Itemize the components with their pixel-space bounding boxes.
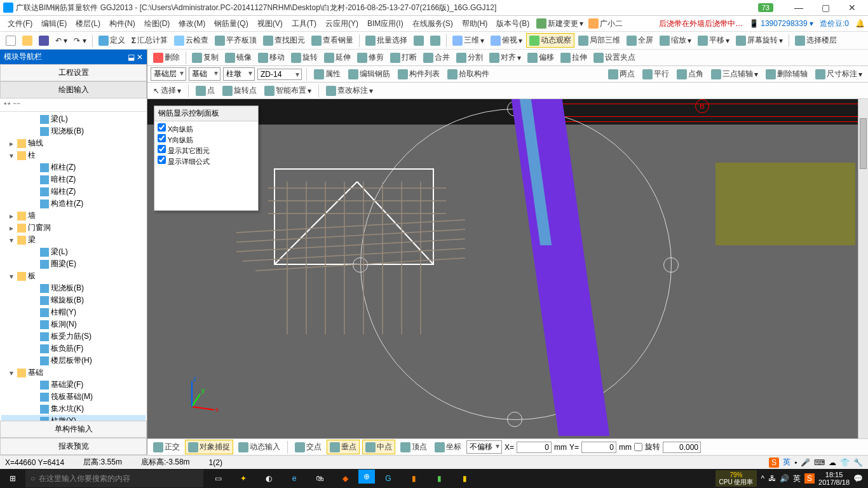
select-button[interactable]: ↖ 选择 ▾ [151,84,184,97]
grip-button[interactable]: 设置夹点 [591,51,638,64]
maximize-button[interactable]: ▢ [813,1,838,15]
save-icon[interactable] [36,34,51,47]
find-button[interactable]: 查找图元 [261,34,308,47]
dyninput-toggle[interactable]: 动态输入 [236,440,283,454]
dimension-button[interactable]: 尺寸标注 ▾ [813,67,865,81]
orbit-handle-right[interactable] [663,257,679,273]
taskview-icon[interactable]: ▭ [206,470,230,487]
perp-snap[interactable]: 垂点 [327,440,360,454]
shirt-icon[interactable]: 👕 [840,458,850,467]
move-button[interactable]: 移动 [255,51,287,64]
report-preview-button[interactable]: 报表预览 [0,438,147,455]
tool-icon[interactable]: 🔧 [853,458,863,467]
app1-icon[interactable]: ✦ [231,470,255,487]
extend-button[interactable]: 延伸 [322,51,353,64]
notifications-icon[interactable]: 💬 [853,474,863,483]
tab-draw-input[interactable]: 绘图输入 [0,81,147,98]
menu-view[interactable]: 视图(V) [253,17,287,31]
tree-item[interactable]: 筏板基础(M) [1,391,146,403]
menu-file[interactable]: 文件(F) [3,17,37,31]
checkbox-option[interactable]: 显示详细公式 [158,156,255,166]
3d-button[interactable]: 三维 ▾ [450,34,487,47]
parallel-button[interactable]: 平行 [640,67,672,81]
panel-title[interactable]: 钢筋显示控制面板 [154,106,258,121]
pan-button[interactable]: 平移 ▾ [695,34,732,47]
cloud-icon[interactable]: ☁ [829,458,836,467]
menu-steel[interactable]: 钢筋量(Q) [210,17,252,31]
element-combo[interactable]: ZD-14 [257,69,302,80]
mic-icon[interactable]: 🎤 [801,458,810,467]
tree-item[interactable]: ▾基础 [1,367,146,379]
tree-item[interactable]: 圈梁(E) [1,258,146,270]
menu-cloud[interactable]: 云应用(Y) [321,17,363,31]
bell-icon[interactable]: 🔔 [855,19,865,28]
tree-item[interactable]: 现浇板(B) [1,125,146,137]
del-aux-button[interactable]: 删除辅轴 [763,67,810,81]
rotate-input[interactable] [663,442,701,453]
menu-draw[interactable]: 绘图(D) [140,17,175,31]
zoom-button[interactable]: 缩放 ▾ [657,34,694,47]
close-button[interactable]: ✕ [839,1,865,15]
rebar-display-panel[interactable]: 钢筋显示控制面板 X向纵筋 Y向纵筋 显示其它图元 显示详细公式 [154,105,259,211]
start-button[interactable]: ⊞ [0,469,25,488]
new-change-button[interactable]: 新建变更 ▾ [534,17,586,30]
local3d-button[interactable]: 局部三维 [576,34,623,47]
notification-badge[interactable]: 73 [758,3,773,12]
tree-item[interactable]: ▾板 [1,270,146,282]
tree-item[interactable]: 板受力筋(S) [1,330,146,342]
app3-icon[interactable]: ◆ [333,470,357,487]
single-component-button[interactable]: 单构件输入 [0,421,147,438]
tree-item[interactable]: 构造柱(Z) [1,198,146,210]
rotate-point-button[interactable]: 旋转点 [220,84,259,97]
break-button[interactable]: 打断 [388,51,419,64]
vertical-scrollbar[interactable] [858,99,868,438]
component-list-button[interactable]: 构件列表 [395,67,442,81]
two-point-button[interactable]: 两点 [606,67,637,81]
cross-snap[interactable]: 交点 [292,440,324,454]
pick-button[interactable]: 拾取构件 [445,67,492,81]
undo-icon[interactable]: ↶ ▾ [53,35,70,46]
tree-item[interactable]: 梁(L) [1,113,146,125]
minimize-button[interactable]: — [786,1,811,15]
tree-item[interactable]: 柱墩(Y) [1,415,146,421]
tree-item[interactable]: 楼层板带(H) [1,355,146,367]
offset-combo[interactable]: 不偏移 [466,440,502,454]
checkbox-option[interactable]: Y向纵筋 [158,134,255,145]
menu-modify[interactable]: 修改(M) [174,17,210,31]
app5-icon[interactable]: G [376,470,400,487]
rotate-button[interactable]: 屏幕旋转 ▾ [733,34,785,47]
tree-item[interactable]: 螺旋板(B) [1,294,146,306]
merge-button[interactable]: 合并 [421,51,452,64]
expand-icon[interactable]: ⁺⁺ [3,100,11,109]
type-combo[interactable]: 柱墩 [223,67,255,81]
app6-icon[interactable]: ▮ [402,470,426,487]
layer-combo[interactable]: 基础层 [151,67,186,81]
ime-tray[interactable]: 英 [793,473,801,484]
coord-snap[interactable]: 坐标 [432,440,464,454]
fullscreen-button[interactable]: 全屏 [624,34,656,47]
tree-item[interactable]: 端柱(Z) [1,186,146,198]
rotate-button[interactable]: 旋转 [288,51,320,64]
app4-icon[interactable]: ⊕ [358,470,375,484]
dynamic-view-button[interactable]: 动态观察 [526,33,574,48]
flat-button[interactable]: 平齐板顶 [212,34,259,47]
mid-snap[interactable]: 中点 [362,440,395,454]
copy-button[interactable]: 复制 [189,51,221,64]
tree-item[interactable]: 集水坑(K) [1,403,146,415]
tray-icon[interactable]: ⦁ [794,458,797,467]
tree-item[interactable]: ▸墙 [1,210,146,222]
vert-snap[interactable]: 顶点 [398,440,430,454]
menu-edit[interactable]: 编辑(E) [37,17,71,31]
tree-item[interactable]: 现浇板(B) [1,282,146,294]
user-button[interactable]: 广小二 [586,17,625,30]
angle-button[interactable]: 点角 [674,67,706,81]
tree-item[interactable]: 板负筋(F) [1,342,146,355]
tree-item[interactable]: 框柱(Z) [1,161,146,173]
menu-help[interactable]: 帮助(H) [458,17,492,31]
split-button[interactable]: 分割 [454,51,485,64]
tray-up-icon[interactable]: ^ [761,474,764,483]
rotate-checkbox[interactable] [634,443,642,451]
search-box[interactable]: ○ 在这里输入你要搜索的内容 [25,470,203,487]
attr-button[interactable]: 属性 [311,67,343,81]
top-view-button[interactable]: 俯视 ▾ [488,34,525,47]
